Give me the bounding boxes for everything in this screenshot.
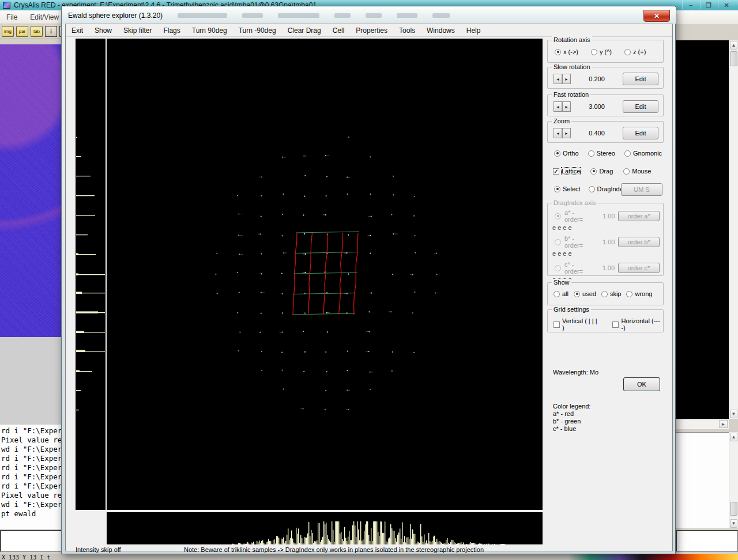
main-menu-item[interactable]: Edit/View [24, 13, 65, 21]
radio-stereo[interactable]: Stereo [588, 150, 615, 157]
dialog-menu-item[interactable]: Clear Drag [282, 27, 327, 35]
intensity-profile-plot [76, 39, 106, 510]
group-caption: Slow rotation [552, 63, 592, 70]
radio-icon [589, 186, 595, 192]
image-horizontal-scrollbar[interactable]: ► [676, 419, 729, 429]
dialog-menu-item[interactable]: Help [461, 27, 487, 35]
radio-label: x (->) [563, 48, 578, 55]
horizontal-grid-checkbox[interactable]: Horizontal (----) [612, 317, 663, 331]
command-input-right[interactable] [676, 530, 738, 552]
scroll-down-icon[interactable]: ▼ [730, 519, 737, 528]
radio-mouse[interactable]: Mouse [623, 168, 651, 175]
dragindex-note: Note: Beware of triklinic samples -> Dra… [184, 546, 484, 553]
projection-options: Ortho Stereo Gnomonic [554, 150, 662, 157]
scroll-right-icon[interactable]: ► [719, 420, 728, 428]
checkbox-icon [612, 321, 619, 328]
dialog-menu-item[interactable]: Windows [421, 27, 461, 35]
radio-icon [624, 150, 631, 157]
radio-label: z (+) [633, 48, 646, 55]
spin-left-icon[interactable]: ◄ [554, 101, 562, 112]
minimize-icon[interactable]: – [682, 1, 699, 9]
spin-left-icon[interactable]: ◄ [554, 74, 562, 84]
slow-rotation-edit-button[interactable]: Edit [623, 73, 658, 85]
dialog-menu-item[interactable]: Turn -90deg [233, 27, 282, 35]
checkbox-label: Vertical ( | | | ) [562, 317, 600, 331]
close-icon[interactable]: ✕ [643, 10, 670, 22]
radio-show-skip[interactable]: skip [601, 290, 622, 297]
spin-left-icon[interactable]: ◄ [554, 128, 562, 138]
vertical-grid-checkbox[interactable]: Vertical ( | | | ) [554, 317, 600, 331]
radio-label: Stereo [597, 150, 615, 157]
dialog-menu-item[interactable]: Tools [393, 27, 421, 35]
radio-show-wrong[interactable]: wrong [626, 290, 652, 297]
zoom-edit-button[interactable]: Edit [623, 127, 658, 139]
order-value: 1.00 [603, 264, 615, 271]
radio-select[interactable]: Select [554, 186, 581, 192]
dialog-title: Ewald sphere explorer (1.3.20) [68, 12, 163, 20]
radio-show-all[interactable]: all [554, 290, 568, 297]
dialog-menu-item[interactable]: Turn 90deg [186, 27, 233, 35]
order-value: 1.00 [603, 213, 615, 220]
radio-icon [588, 150, 594, 157]
radio-z-axis[interactable]: z (+) [624, 48, 646, 55]
slow-rotation-stepper[interactable]: ◄► [554, 74, 571, 84]
radio-y-axis[interactable]: y (^) [591, 48, 612, 55]
toolbar-icon-i[interactable]: i [45, 26, 57, 37]
dialog-menu-item[interactable]: Exit [66, 27, 89, 35]
console-right [676, 432, 729, 528]
dialog-menu-item[interactable]: Cell [327, 27, 351, 35]
scroll-up-icon[interactable]: ▲ [730, 41, 737, 50]
radio-label: Mouse [632, 168, 651, 175]
ewald-lattice-canvas[interactable] [107, 39, 543, 510]
radio-icon [555, 49, 561, 55]
spin-right-icon[interactable]: ► [562, 74, 571, 84]
color-legend-line: b* - green [553, 418, 590, 425]
radio-icon [554, 186, 560, 192]
checkbox-label: Horizontal (----) [621, 317, 663, 331]
dialog-menu-item[interactable]: Show [89, 27, 118, 35]
fast-rotation-stepper[interactable]: ◄► [554, 101, 571, 112]
scroll-down-icon[interactable]: ▼ [730, 410, 737, 418]
rotation-axis-group: Rotation axis x (->) y (^) z (+) [547, 40, 664, 63]
spin-right-icon[interactable]: ► [562, 101, 571, 112]
radio-label: Drag [599, 168, 613, 175]
ghost-menu-text [397, 13, 417, 18]
radio-label: Ortho [563, 150, 579, 157]
command-input[interactable] [0, 530, 65, 552]
wavelength-label: Wavelength: Mo [553, 369, 598, 376]
lattice-checkbox[interactable]: Lattice [553, 168, 580, 175]
scrollbar-thumb[interactable] [730, 502, 737, 516]
close-icon[interactable]: ✕ [718, 1, 735, 9]
toolbar-icon-par[interactable]: par [16, 26, 28, 37]
fast-rotation-edit-button[interactable]: Edit [623, 100, 658, 113]
ok-button[interactable]: OK [623, 377, 660, 391]
console-vertical-scrollbar[interactable]: ▲ ▼ [729, 432, 738, 528]
scrollbar-thumb[interactable] [730, 51, 737, 66]
dialog-menu-item[interactable]: Properties [350, 27, 393, 35]
toolbar-icon-img[interactable]: img [2, 26, 14, 37]
main-menu-item[interactable]: File [0, 13, 24, 21]
radio-show-used[interactable]: used [574, 290, 596, 297]
radio-gnomonic[interactable]: Gnomonic [624, 150, 662, 157]
dialog-titlebar[interactable]: Ewald sphere explorer (1.3.20) ✕ [62, 7, 676, 24]
toolbar-icon-tab[interactable]: tab [31, 26, 43, 37]
radio-label: skip [610, 290, 622, 297]
ghost-menu-text [366, 13, 382, 18]
scroll-up-icon[interactable]: ▲ [730, 433, 737, 441]
order-b-button[interactable]: order b* [618, 237, 660, 247]
color-legend-line: c* - blue [553, 425, 590, 433]
um-s-button[interactable]: UM S [621, 183, 662, 196]
image-vertical-scrollbar[interactable]: ▲ ▼ [729, 40, 738, 419]
radio-x-axis[interactable]: x (->) [555, 48, 578, 55]
radio-drag[interactable]: Drag [590, 168, 613, 175]
dialog-menu-item[interactable]: Skip filter [118, 27, 157, 35]
restore-icon[interactable]: ❐ [700, 1, 717, 9]
order-a-button[interactable]: order a* [618, 211, 660, 221]
spin-right-icon[interactable]: ► [562, 128, 571, 138]
reciprocal-lattice-plot [107, 39, 543, 510]
order-c-button[interactable]: order c* [618, 263, 660, 273]
color-legend-line: Color legend: [553, 403, 590, 410]
zoom-stepper[interactable]: ◄► [554, 128, 571, 138]
dialog-menu-item[interactable]: Flags [157, 27, 186, 35]
radio-ortho[interactable]: Ortho [554, 150, 579, 157]
